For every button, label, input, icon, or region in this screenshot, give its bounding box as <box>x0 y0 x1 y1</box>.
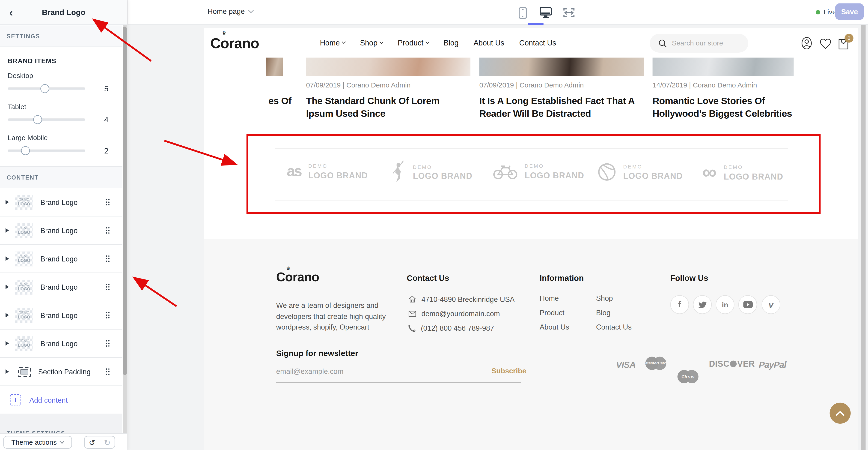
mail-icon <box>408 310 416 317</box>
undo-button[interactable]: ↺ <box>85 437 100 448</box>
chevron-up-icon <box>836 411 844 416</box>
facebook-icon[interactable]: f <box>670 295 689 314</box>
footer-link-shop[interactable]: Shop <box>596 294 613 302</box>
newsletter-email-input[interactable] <box>276 367 459 376</box>
blog-image-partial[interactable] <box>266 58 283 76</box>
sidebar-footer: Theme actions ↺ ↻ <box>0 433 127 450</box>
drag-handle-icon[interactable] <box>105 283 110 291</box>
blog-title[interactable]: The Standard Chunk Of Lorem Ipsum Used S… <box>306 95 466 121</box>
store-logo[interactable]: ♛ Corano <box>210 35 259 52</box>
nav-item-home[interactable]: Home <box>320 39 345 47</box>
disclosure-icon[interactable] <box>5 257 9 261</box>
chevron-down-icon <box>60 439 65 443</box>
divider <box>275 148 788 149</box>
footer-link-about[interactable]: About Us <box>539 323 569 331</box>
twitter-icon[interactable] <box>693 295 712 314</box>
youtube-icon[interactable] <box>738 295 757 314</box>
blog-title[interactable]: It Is A Long Established Fact That A Rea… <box>479 95 641 121</box>
nav-item-product[interactable]: Product <box>398 39 429 47</box>
subscribe-button[interactable]: Subscribe <box>491 367 526 375</box>
disclosure-icon[interactable] <box>5 228 9 233</box>
settings-band: SETTINGS <box>0 25 122 47</box>
brand-logo-item[interactable]: DEMOLOGO BRAND <box>493 163 584 180</box>
content-row-section-padding[interactable]: Section Padding <box>0 358 122 386</box>
contact-phone-row: (012) 800 456 789-987 <box>408 323 494 333</box>
nav-item-contact[interactable]: Contact Us <box>519 39 556 47</box>
brand-logo-item[interactable]: DEMOLOGO BRAND <box>598 163 683 181</box>
bicycle-icon <box>493 163 518 180</box>
page-selector-dropdown[interactable]: Home page <box>208 7 253 16</box>
content-row-brand-logo[interactable]: DEMOLOGO Brand Logo <box>0 330 122 358</box>
theme-actions-button[interactable]: Theme actions <box>3 436 72 449</box>
drag-handle-icon[interactable] <box>105 255 110 263</box>
drag-handle-icon[interactable] <box>105 227 110 235</box>
footer-link-home[interactable]: Home <box>539 294 559 302</box>
preview-canvas: ♛ Corano Home Shop Product Blog About Us… <box>127 25 868 450</box>
section-padding-icon <box>18 366 31 377</box>
divider <box>275 201 788 201</box>
phone-icon <box>408 325 415 332</box>
nav-item-about[interactable]: About Us <box>473 39 504 47</box>
mobile-preview-button[interactable] <box>515 6 529 20</box>
brand-logo-item[interactable]: as DEMOLOGO BRAND <box>287 163 368 180</box>
content-row-brand-logo[interactable]: DEMOLOGO Brand Logo <box>0 188 122 216</box>
desktop-preview-button[interactable] <box>538 6 553 20</box>
blog-title[interactable]: Romantic Love Stories Of Hollywood’s Big… <box>653 95 798 121</box>
footer-link-blog[interactable]: Blog <box>596 308 611 317</box>
slider-value-tablet: 4 <box>95 115 108 124</box>
nav-item-shop[interactable]: Shop <box>360 39 382 47</box>
content-row-brand-logo[interactable]: DEMOLOGO Brand Logo <box>0 216 122 245</box>
contact-heading: Contact Us <box>407 274 449 282</box>
save-button[interactable]: Save <box>835 3 864 20</box>
brand-logo-item[interactable]: DEMOLOGO BRAND <box>390 160 472 185</box>
footer-logo: ♛ Corano <box>276 270 319 285</box>
sidebar-scrollbar-thumb[interactable] <box>123 27 127 375</box>
contact-address-row: 4710-4890 Breckinridge USA <box>408 294 515 304</box>
drag-handle-icon[interactable] <box>105 198 110 206</box>
footer-link-product[interactable]: Product <box>539 308 564 317</box>
drag-handle-icon[interactable] <box>105 311 110 319</box>
home-icon <box>408 295 416 303</box>
preview-scrollbar[interactable] <box>861 25 865 450</box>
linkedin-icon[interactable]: in <box>716 295 735 314</box>
slider-thumb[interactable] <box>33 115 42 124</box>
tablet-slider[interactable] <box>8 119 85 121</box>
disclosure-icon[interactable] <box>5 285 9 289</box>
slider-thumb[interactable] <box>21 146 30 155</box>
scroll-top-button[interactable] <box>830 403 851 424</box>
store-search[interactable] <box>650 34 748 53</box>
disclosure-icon[interactable] <box>5 200 9 204</box>
infinity-icon: ∞ <box>703 164 717 180</box>
wishlist-button[interactable] <box>819 36 832 50</box>
visa-logo: VISA <box>616 360 636 370</box>
chevron-down-icon <box>342 40 345 43</box>
redo-button[interactable]: ↻ <box>100 437 115 448</box>
drag-handle-icon[interactable] <box>105 368 110 376</box>
blog-image[interactable] <box>479 58 644 76</box>
large-mobile-slider[interactable] <box>8 150 85 152</box>
search-input[interactable] <box>672 39 741 47</box>
blog-image[interactable] <box>653 58 794 76</box>
content-row-brand-logo[interactable]: DEMOLOGO Brand Logo <box>0 273 122 301</box>
drag-handle-icon[interactable] <box>105 339 110 347</box>
footer-link-contact[interactable]: Contact Us <box>596 323 632 331</box>
desktop-slider[interactable] <box>8 87 85 90</box>
brand-logo-item[interactable]: ∞ DEMOLOGO BRAND <box>703 164 783 181</box>
disclosure-icon[interactable] <box>5 369 9 374</box>
account-button[interactable] <box>800 36 813 50</box>
content-row-brand-logo[interactable]: DEMOLOGO Brand Logo <box>0 301 122 330</box>
content-row-brand-logo[interactable]: DEMOLOGO Brand Logo <box>0 245 122 273</box>
contact-email-row[interactable]: demo@yourdomain.com <box>408 308 500 319</box>
fullwidth-preview-button[interactable] <box>562 6 576 20</box>
brand-logo-thumbnail: DEMOLOGO <box>15 336 33 351</box>
slider-thumb[interactable] <box>40 84 49 93</box>
blog-image[interactable] <box>306 58 470 76</box>
search-icon <box>659 39 667 47</box>
editor-topbar: Home page <box>127 0 868 25</box>
disclosure-icon[interactable] <box>5 341 9 346</box>
nav-item-blog[interactable]: Blog <box>444 39 459 47</box>
blog-title-partial[interactable]: es Of <box>269 95 291 108</box>
disclosure-icon[interactable] <box>5 313 9 317</box>
add-content-button[interactable]: + Add content <box>0 386 122 414</box>
vimeo-icon[interactable]: v <box>762 295 780 314</box>
